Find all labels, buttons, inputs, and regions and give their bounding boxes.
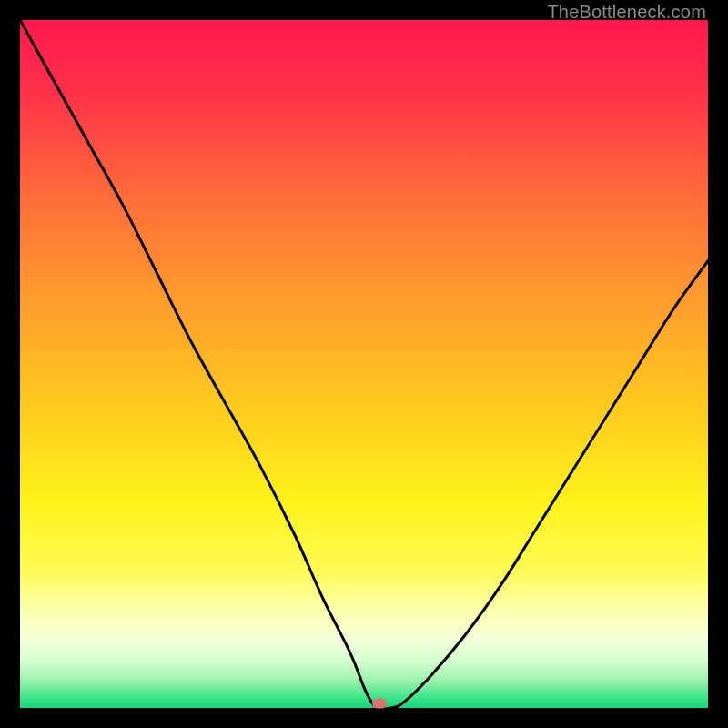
chart-frame bbox=[20, 20, 708, 708]
optimal-point-marker bbox=[372, 699, 387, 709]
watermark-text: TheBottleneck.com bbox=[547, 2, 706, 23]
gradient-background bbox=[20, 20, 708, 708]
bottleneck-chart bbox=[20, 20, 708, 708]
